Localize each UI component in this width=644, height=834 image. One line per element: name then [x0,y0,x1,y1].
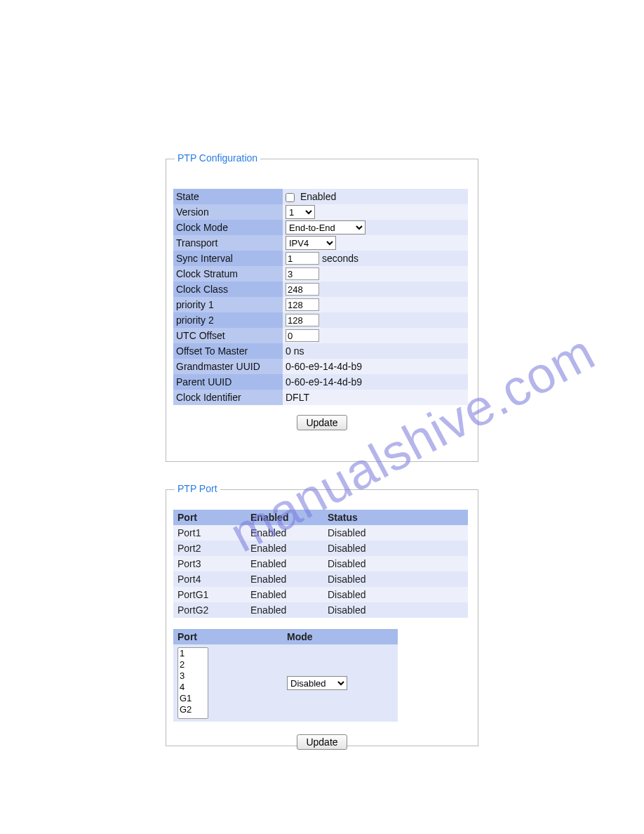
value-grandmaster-uuid: 0-60-e9-14-4d-b9 [283,359,468,374]
cell-status: Disabled [323,587,468,602]
state-enabled-text: Enabled [300,191,336,202]
label-priority-2: priority 2 [173,312,283,328]
portmode-header-port: Port [173,629,283,644]
table-row: PortG2 Enabled Disabled [173,602,468,618]
label-utc-offset: UTC Offset [173,328,283,343]
priority-1-input[interactable] [286,298,319,311]
cell-enabled: Enabled [246,602,323,618]
transport-select[interactable]: IPV4 [286,236,336,250]
sync-interval-input[interactable] [286,252,319,265]
ptp-port-panel: PTP Port Port Enabled Status Port1 Enabl… [166,489,478,746]
label-offset-to-master: Offset To Master [173,343,283,359]
cell-enabled: Enabled [246,541,323,556]
version-select[interactable]: 1 [286,205,315,219]
cell-status: Disabled [323,525,468,541]
port-mode-table: Port Mode 1 2 3 4 G1 G2 Disabled [173,629,398,722]
state-enabled-checkbox[interactable] [286,193,295,202]
ports-header-enabled: Enabled [246,510,323,525]
port-multiselect[interactable]: 1 2 3 4 G1 G2 [177,647,208,719]
value-parent-uuid: 0-60-e9-14-4d-b9 [283,374,468,390]
label-clock-mode: Clock Mode [173,220,283,235]
cell-port: PortG2 [173,602,246,618]
ptp-configuration-legend: PTP Configuration [175,152,260,164]
label-state: State [173,189,283,204]
cell-enabled: Enabled [246,525,323,541]
mode-select[interactable]: Disabled [287,676,347,690]
table-row: PortG1 Enabled Disabled [173,587,468,602]
table-row: Port1 Enabled Disabled [173,525,468,541]
cell-status: Disabled [323,602,468,618]
ptp-port-legend: PTP Port [175,483,220,494]
clock-class-input[interactable] [286,283,319,296]
cell-status: Disabled [323,541,468,556]
label-clock-identifier: Clock Identifier [173,390,283,405]
ptp-port-table: Port Enabled Status Port1 Enabled Disabl… [173,510,468,618]
port-update-button[interactable]: Update [297,734,347,750]
cell-status: Disabled [323,571,468,587]
clock-mode-select[interactable]: End-to-End [286,220,365,234]
utc-offset-input[interactable] [286,329,319,342]
label-transport: Transport [173,235,283,251]
priority-2-input[interactable] [286,314,319,326]
table-row: Port4 Enabled Disabled [173,571,468,587]
ptp-configuration-panel: PTP Configuration State Enabled Version … [166,159,478,462]
table-row: Port3 Enabled Disabled [173,556,468,571]
label-version: Version [173,204,283,220]
label-sync-interval: Sync Interval [173,251,283,266]
cell-status: Disabled [323,556,468,571]
label-parent-uuid: Parent UUID [173,374,283,390]
label-priority-1: priority 1 [173,297,283,312]
cell-port: Port2 [173,541,246,556]
label-grandmaster-uuid: Grandmaster UUID [173,359,283,374]
ports-header-port: Port [173,510,246,525]
config-update-button[interactable]: Update [297,415,347,430]
cell-port: PortG1 [173,587,246,602]
value-offset-to-master: 0 ns [283,343,468,359]
cell-port: Port4 [173,571,246,587]
sync-interval-suffix: seconds [322,253,358,264]
cell-enabled: Enabled [246,556,323,571]
clock-stratum-input[interactable] [286,267,319,280]
table-row: Port2 Enabled Disabled [173,541,468,556]
portmode-header-mode: Mode [283,629,398,644]
cell-port: Port1 [173,525,246,541]
value-clock-identifier: DFLT [283,390,468,405]
cell-enabled: Enabled [246,571,323,587]
cell-port: Port3 [173,556,246,571]
label-clock-class: Clock Class [173,282,283,297]
ports-header-status: Status [323,510,468,525]
cell-enabled: Enabled [246,587,323,602]
label-clock-stratum: Clock Stratum [173,266,283,282]
ptp-configuration-table: State Enabled Version 1 Clock Mode End-t… [173,189,468,405]
